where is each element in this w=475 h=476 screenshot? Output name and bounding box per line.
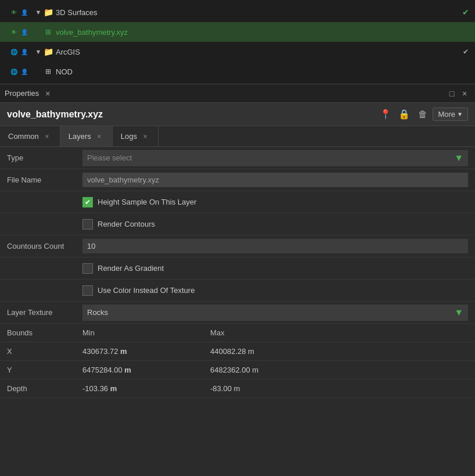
chevron-icon[interactable]: ▼ [34, 47, 43, 56]
tree-item-icons-left: 🌐 👤 [5, 48, 34, 56]
type-control: Please select ▼ [82, 150, 468, 166]
window-close-icon[interactable]: × [459, 88, 470, 99]
form-row-contours-count: Countours Count [0, 235, 475, 257]
type-select[interactable]: Please select ▼ [82, 150, 468, 166]
bounds-y-max: 6482362.00 m [210, 366, 468, 374]
more-chevron-icon: ▼ [457, 111, 463, 117]
render-contours-label: Render Contours [98, 220, 155, 228]
layer-texture-control: Rocks ▼ [82, 305, 468, 321]
tab-common-close-icon[interactable]: × [42, 132, 52, 141]
tree-item-icons-left: 👁 👤 [5, 28, 34, 36]
bounds-depth-max: -83.00 m [210, 384, 468, 393]
filename-input[interactable] [82, 173, 468, 187]
bounds-y-label: Y [7, 366, 82, 374]
tab-logs-label: Logs [121, 132, 137, 141]
checkbox-row-use-color: Use Color Instead Of Texture [0, 280, 475, 302]
pin-icon[interactable]: 📍 [378, 107, 393, 122]
type-label: Type [7, 153, 82, 162]
contours-count-input[interactable] [82, 239, 468, 253]
form-row-type: Type Please select ▼ [0, 147, 475, 169]
form-row-filename: File Name [0, 169, 475, 191]
bounds-label: Bounds [7, 328, 82, 337]
eye-icon: 👁 [10, 28, 18, 36]
lock-icon[interactable]: 🔒 [397, 107, 412, 122]
person-icon: 👤 [20, 67, 28, 76]
tab-layers-label: Layers [69, 132, 91, 141]
bounds-row-depth: Depth -103.36 m -83.00 m [0, 380, 475, 398]
layer-icon: ⊞ [43, 27, 53, 37]
checkbox-row-height-sample: ✔ Height Sample On This Layer [0, 191, 475, 213]
title-actions: 📍 🔒 🗑 More ▼ [377, 107, 468, 122]
more-button[interactable]: More ▼ [433, 108, 468, 121]
layer-texture-label: Layer Texture [7, 308, 82, 317]
bounds-header: Bounds Min Max [0, 324, 475, 342]
tree-item-icons-left: 🌐 👤 [5, 67, 34, 76]
tree-item-arcgis[interactable]: 🌐 👤 ▼ 📁 ArcGIS ✔ [0, 42, 475, 62]
tab-layers[interactable]: Layers × [60, 126, 113, 146]
tab-layers-close-icon[interactable]: × [95, 132, 104, 141]
checkbox-row-render-contours: Render Contours [0, 213, 475, 235]
person-icon: 👤 [20, 48, 28, 56]
contours-count-control [82, 239, 468, 253]
bounds-x-max: 440082.28 m [210, 347, 468, 356]
check-light-icon: ✔ [461, 47, 470, 56]
tree-item-nod[interactable]: 🌐 👤 ⊞ NOD [0, 62, 475, 81]
checkbox-row-render-gradient: Render As Gradient [0, 257, 475, 280]
height-sample-label: Height Sample On This Layer [98, 198, 196, 206]
person-icon: 👤 [20, 8, 28, 16]
tree-item-icons-left: 👁 👤 [5, 8, 34, 16]
check-green-icon: ✔ [461, 8, 470, 17]
bounds-max-header: Max [210, 328, 468, 337]
person-icon: 👤 [20, 28, 28, 36]
type-placeholder: Please select [87, 153, 132, 162]
globe-icon: 🌐 [10, 48, 18, 56]
form-area: Type Please select ▼ File Name ✔ Height … [0, 147, 475, 398]
tree-panel: 👁 👤 ▼ 📁 3D Surfaces ✔ 👁 👤 ⊞ volve_bathym… [0, 0, 475, 84]
render-contours-checkbox[interactable] [82, 219, 93, 230]
tab-common-label: Common [8, 132, 39, 141]
chevron-icon[interactable]: ▼ [34, 8, 43, 17]
tree-item-label: ArcGIS [56, 48, 461, 56]
folder-icon: 📁 [43, 7, 53, 17]
bounds-y-min: 6475284.00 m [82, 366, 210, 374]
layer-icon: ⊞ [43, 66, 53, 77]
tab-logs-close-icon[interactable]: × [141, 132, 150, 141]
tree-item-3d-surfaces[interactable]: 👁 👤 ▼ 📁 3D Surfaces ✔ [0, 2, 475, 22]
eye-icon: 👁 [10, 8, 18, 16]
tree-item-label: volve_bathymetry.xyz [56, 28, 470, 37]
tree-item-label: 3D Surfaces [56, 8, 461, 17]
bounds-row-y: Y 6475284.00 m 6482362.00 m [0, 361, 475, 380]
tree-item-volve-bathymetry[interactable]: 👁 👤 ⊞ volve_bathymetry.xyz [0, 22, 475, 42]
tab-logs[interactable]: Logs × [113, 126, 159, 146]
properties-close-icon[interactable]: × [42, 88, 53, 99]
checkmark-icon: ✔ [85, 198, 91, 206]
bounds-min-header: Min [82, 328, 210, 337]
form-row-layer-texture: Layer Texture Rocks ▼ [0, 302, 475, 324]
properties-panel: Properties × □ × volve_bathymetry.xyz 📍 … [0, 84, 475, 398]
tabs-bar: Common × Layers × Logs × [0, 126, 475, 147]
tab-common[interactable]: Common × [0, 126, 60, 146]
render-gradient-checkbox[interactable] [82, 263, 93, 274]
bounds-depth-min: -103.36 m [82, 384, 210, 393]
layer-texture-value: Rocks [87, 308, 108, 317]
title-bar: volve_bathymetry.xyz 📍 🔒 🗑 More ▼ [0, 103, 475, 126]
layer-texture-arrow-icon: ▼ [454, 307, 463, 318]
filename-control [82, 173, 468, 187]
more-label: More [438, 110, 455, 119]
filename-label: File Name [7, 176, 82, 184]
globe-icon: 🌐 [10, 67, 18, 76]
properties-header: Properties × □ × [0, 84, 475, 103]
delete-icon[interactable]: 🗑 [415, 107, 430, 122]
use-color-label: Use Color Instead Of Texture [98, 286, 195, 295]
layer-texture-select[interactable]: Rocks ▼ [82, 305, 468, 321]
render-gradient-label: Render As Gradient [98, 264, 164, 273]
type-select-arrow-icon: ▼ [454, 153, 463, 163]
contours-count-label: Countours Count [7, 242, 82, 250]
folder-icon: 📁 [43, 46, 53, 57]
height-sample-checkbox[interactable]: ✔ [82, 197, 93, 207]
use-color-checkbox[interactable] [82, 285, 93, 296]
bounds-depth-label: Depth [7, 384, 82, 393]
bounds-row-x: X 430673.72 m 440082.28 m [0, 342, 475, 361]
file-title: volve_bathymetry.xyz [7, 109, 377, 120]
window-minimize-icon[interactable]: □ [446, 88, 458, 99]
